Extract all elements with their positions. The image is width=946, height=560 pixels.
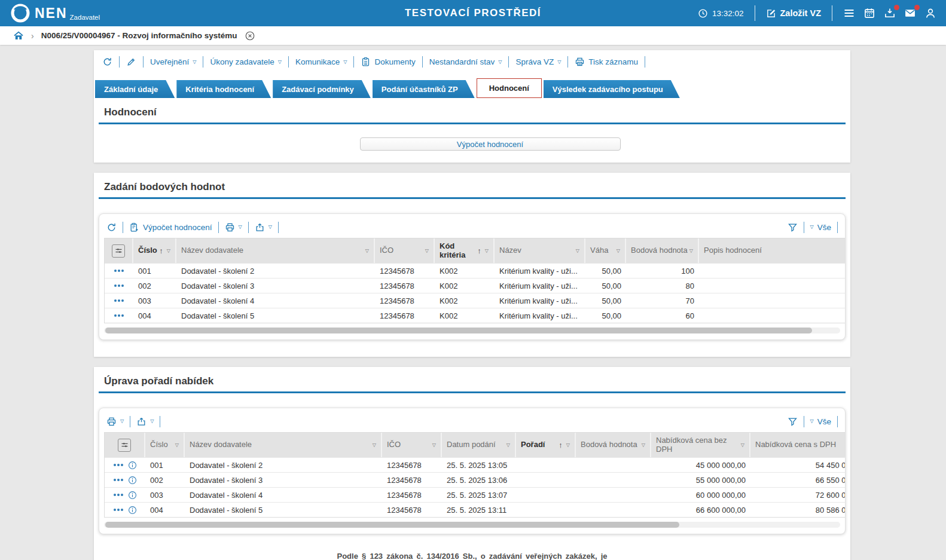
grid-export-button[interactable]: ▽: [255, 222, 272, 232]
col-header-datum-podani[interactable]: Datum podání▽: [442, 433, 516, 457]
grid-print-button[interactable]: ▽: [106, 417, 124, 427]
filter-caret-icon[interactable]: ▽: [576, 248, 579, 253]
col-header-bodova-hodnota[interactable]: Bodová hodnota▽: [576, 433, 651, 457]
col-header-poradi[interactable]: Pořadí↑▽: [516, 433, 576, 457]
info-icon[interactable]: [128, 461, 137, 470]
grid-refresh-button[interactable]: [106, 222, 117, 232]
col-header-popis-hodnoceni[interactable]: Popis hodnocení: [699, 238, 846, 263]
row-menu-icon[interactable]: [114, 509, 123, 511]
cell-dodavatel: Dodavatel - školení 2: [176, 267, 375, 276]
menu-sprava-vz[interactable]: Správa VZ▽: [515, 57, 561, 66]
row-menu-icon[interactable]: [114, 494, 123, 496]
col-header-bodova-hodnota[interactable]: Bodová hodnota▽: [626, 238, 699, 263]
tab-zadavaci-podminky[interactable]: Zadávací podmínky: [273, 80, 371, 98]
column-settings-button[interactable]: [105, 238, 133, 263]
col-header-nazev-dodavatele[interactable]: Název dodavatele▽: [185, 433, 382, 457]
grid-print-button[interactable]: ▽: [225, 222, 242, 232]
menu-dokumenty[interactable]: Dokumenty: [361, 57, 415, 67]
filter-caret-icon[interactable]: ▽: [566, 442, 570, 448]
row-menu-icon[interactable]: [114, 270, 124, 272]
col-header-ico[interactable]: IČO▽: [382, 433, 442, 457]
filter-caret-icon[interactable]: ▽: [167, 248, 170, 253]
downloads-button[interactable]: [884, 7, 896, 19]
edit-record-button[interactable]: [126, 57, 136, 67]
menu-nestandardni-stav[interactable]: Nestandardní stav▽: [429, 57, 502, 66]
chevron-down-icon: ▽: [120, 419, 124, 424]
menu-uverejneni[interactable]: Uveřejnění▽: [150, 57, 196, 66]
print-record-button[interactable]: Tisk záznamu: [575, 57, 638, 67]
refresh-button[interactable]: [102, 57, 112, 67]
horizontal-scrollbar[interactable]: [104, 522, 840, 528]
header-separator: [832, 5, 832, 21]
cell-cislo: 004: [133, 311, 176, 320]
horizontal-scrollbar[interactable]: [104, 328, 840, 333]
col-header-nazev[interactable]: Název▽: [495, 238, 585, 263]
grid-filter-button[interactable]: [788, 417, 798, 427]
grid-vypocet-button[interactable]: Výpočet hodnocení: [129, 222, 212, 232]
tab-podani-ucastniku[interactable]: Podání účastníků ZP: [373, 80, 475, 98]
grid-show-all-select[interactable]: ▽ Vše: [810, 223, 831, 232]
col-header-cena-bez-dph[interactable]: Nabídková cena bez DPH▽: [651, 433, 750, 457]
nen-logo[interactable]: NEN Zadavatel: [11, 4, 100, 23]
filter-caret-icon[interactable]: ▽: [373, 442, 376, 448]
filter-caret-icon[interactable]: ▽: [425, 248, 429, 253]
cell-cislo: 003: [133, 296, 176, 305]
row-menu-icon[interactable]: [114, 314, 124, 317]
grid-export-button[interactable]: ▽: [136, 417, 154, 427]
column-settings-icon[interactable]: [118, 439, 131, 452]
main-menu-button[interactable]: [843, 7, 855, 19]
filter-caret-icon[interactable]: ▽: [741, 442, 744, 448]
toolbar-separator: [645, 56, 645, 68]
vypocet-hodnoceni-button[interactable]: Výpočet hodnocení: [360, 137, 621, 151]
col-header-cislo[interactable]: Číslo▽: [145, 433, 185, 457]
filter-caret-icon[interactable]: ▽: [642, 442, 645, 448]
row-menu-icon[interactable]: [114, 479, 123, 481]
filter-caret-icon[interactable]: ▽: [365, 248, 369, 253]
info-icon[interactable]: [128, 476, 137, 485]
toolbar-separator: [804, 222, 804, 233]
calendar-button[interactable]: [863, 7, 875, 19]
row-menu-icon[interactable]: [114, 299, 124, 302]
grid-filter-button[interactable]: [788, 222, 798, 232]
col-header-kod-kriteria[interactable]: Kód kritéria↑▽: [435, 238, 495, 263]
tab-vysledek-postupu[interactable]: Výsledek zadávacího postupu: [544, 80, 680, 98]
scrollbar-thumb[interactable]: [105, 522, 679, 528]
column-settings-icon[interactable]: [112, 244, 125, 258]
info-icon[interactable]: [128, 491, 137, 500]
filter-caret-icon[interactable]: ▽: [689, 248, 693, 253]
create-vz-button[interactable]: Založit VZ: [766, 8, 821, 19]
messages-button[interactable]: [904, 7, 916, 19]
menu-uverejneni-label: Uveřejnění: [150, 57, 189, 66]
home-icon[interactable]: [13, 30, 24, 41]
points-grid-panel: Výpočet hodnocení ▽ ▽: [99, 213, 846, 340]
col-header-cena-s-dph[interactable]: Nabídková cena s DPH: [750, 433, 846, 457]
column-settings-button[interactable]: [105, 433, 145, 457]
tab-kriteria-hodnoceni[interactable]: Kritéria hodnocení: [176, 80, 271, 98]
col-header-ico[interactable]: IČO▽: [375, 238, 435, 263]
filter-caret-icon[interactable]: ▽: [175, 442, 179, 448]
filter-caret-icon[interactable]: ▽: [506, 442, 510, 448]
scrollbar-thumb[interactable]: [105, 328, 812, 333]
col-header-cislo[interactable]: Číslo↑▽: [133, 238, 176, 263]
col-header-vaha[interactable]: Váha▽: [585, 238, 626, 263]
breadcrumb-record[interactable]: N006/25/V00004967 - Rozvoj informačního …: [41, 31, 237, 40]
col-header-nazev-dodavatele[interactable]: Název dodavatele▽: [176, 238, 375, 263]
toolbar-separator: [203, 56, 203, 68]
filter-caret-icon[interactable]: ▽: [617, 248, 620, 253]
tab-hodnoceni[interactable]: Hodnocení: [477, 78, 542, 98]
user-profile-button[interactable]: [924, 7, 936, 19]
tab-zakladni-udaje[interactable]: Základní údaje: [95, 80, 175, 98]
row-menu-icon[interactable]: [114, 284, 124, 287]
funnel-icon: [788, 417, 798, 427]
cell-ico: 12345678: [375, 311, 435, 320]
row-menu-icon[interactable]: [114, 464, 123, 466]
menu-komunikace[interactable]: Komunikace▽: [295, 57, 347, 66]
close-record-icon[interactable]: [245, 30, 255, 41]
filter-caret-icon[interactable]: ▽: [485, 248, 489, 253]
filter-caret-icon[interactable]: ▽: [432, 442, 436, 448]
info-icon[interactable]: [128, 506, 137, 515]
cell-dodavatel: Dodavatel - školení 2: [185, 461, 382, 470]
menu-ukony-zadavatele[interactable]: Úkony zadavatele▽: [210, 57, 281, 66]
grid-show-all-select[interactable]: ▽ Vše: [810, 417, 831, 426]
toolbar-separator: [567, 56, 568, 68]
